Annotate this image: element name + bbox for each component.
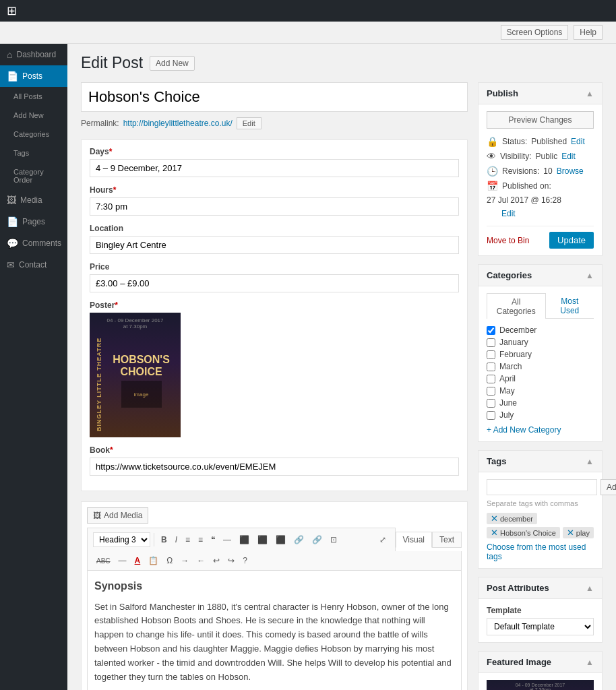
poster-image[interactable]: 04 - 09 December 2017at 7.30pm Bingley L…	[90, 313, 181, 437]
paste-word-button[interactable]: 📋	[145, 554, 162, 567]
remove-play-icon[interactable]: ✕	[567, 528, 574, 537]
screen-options-button[interactable]: Screen Options	[501, 25, 569, 40]
categories-panel-title: Categories	[487, 270, 532, 280]
media-icon: 🖼	[7, 195, 16, 206]
main-column: Permalink: http://bingleylittletheatre.c…	[81, 82, 468, 690]
publish-panel-header[interactable]: Publish ▲	[479, 83, 602, 104]
category-june-checkbox[interactable]	[487, 399, 495, 408]
blockquote-button[interactable]: ❝	[208, 533, 218, 546]
editor-area[interactable]: Synopsis Set in Salford Manchester in 18…	[87, 570, 462, 690]
category-february-checkbox[interactable]	[487, 350, 495, 359]
tags-panel-body: Add Separate tags with commas ✕ december…	[479, 472, 602, 568]
category-july-checkbox[interactable]	[487, 411, 495, 420]
update-button[interactable]: Update	[549, 232, 594, 249]
link-button[interactable]: 🔗	[290, 533, 307, 546]
ol-button[interactable]: ≡	[195, 533, 206, 546]
add-new-button[interactable]: Add New	[150, 56, 195, 71]
categories-panel-header[interactable]: Categories ▲	[479, 265, 602, 286]
ul-button[interactable]: ≡	[182, 533, 193, 546]
hr-button[interactable]: —	[220, 533, 235, 546]
fields-content: Days* Hours* Loca	[82, 140, 467, 491]
featured-image-panel-header[interactable]: Featured Image ▲	[479, 652, 602, 673]
price-input[interactable]	[90, 274, 459, 292]
template-select[interactable]: Default Template	[487, 618, 594, 635]
sidebar-item-categories[interactable]: Categories	[0, 125, 67, 144]
editor-tabs: Visual Text	[396, 532, 462, 548]
permalink-edit-button[interactable]: Edit	[237, 117, 261, 129]
featured-image[interactable]: 04 - 09 December 2017at 7.30pm Bingley L…	[487, 680, 594, 690]
category-may-checkbox[interactable]	[487, 387, 495, 396]
sidebar-item-media[interactable]: 🖼 Media	[0, 189, 67, 211]
sidebar-menu: ⌂ Dashboard 📄 Posts All Posts Add New Ca…	[0, 44, 67, 276]
sidebar-item-category-order[interactable]: Category Order	[0, 162, 67, 189]
add-new-category-link[interactable]: + Add New Category	[487, 425, 594, 435]
tags-panel-header[interactable]: Tags ▲	[479, 451, 602, 472]
sidebar: ⌂ Dashboard 📄 Posts All Posts Add New Ca…	[0, 44, 67, 690]
choose-tags-link[interactable]: Choose from the most used tags	[487, 542, 594, 561]
align-right-button[interactable]: ⬛	[272, 533, 289, 546]
location-input[interactable]	[90, 236, 459, 254]
published-edit-link[interactable]: Edit	[501, 209, 516, 218]
undo-button[interactable]: ↩	[210, 554, 223, 567]
revisions-browse-link[interactable]: Browse	[557, 166, 584, 176]
italic-button[interactable]: I	[172, 533, 181, 546]
categories-panel: Categories ▲ All Categories Most Used De…	[478, 264, 603, 442]
post-title-input[interactable]	[81, 82, 468, 112]
bold-button[interactable]: B	[158, 533, 171, 546]
tag-chip-hobsons-choice: ✕ Hobson's Choice	[487, 527, 560, 538]
book-input[interactable]	[90, 458, 459, 476]
align-left-button[interactable]: ⬛	[236, 533, 253, 546]
help-editor-button[interactable]: ?	[239, 554, 251, 567]
sidebar-item-label: Tags	[13, 149, 29, 157]
remove-hobsons-choice-icon[interactable]: ✕	[491, 528, 498, 537]
visibility-edit-link[interactable]: Edit	[561, 152, 576, 161]
add-media-button[interactable]: 🖼 Add Media	[87, 507, 148, 524]
tab-visual[interactable]: Visual	[396, 532, 432, 548]
post-attributes-panel-header[interactable]: Post Attributes ▲	[479, 577, 602, 599]
status-edit-link[interactable]: Edit	[571, 137, 585, 146]
days-label: Days*	[90, 147, 459, 156]
tags-input[interactable]	[487, 479, 597, 495]
preview-changes-button[interactable]: Preview Changes	[487, 111, 594, 129]
abc-button[interactable]: ABC	[93, 555, 114, 567]
all-categories-tab[interactable]: All Categories	[487, 293, 546, 319]
sidebar-item-pages[interactable]: 📄 Pages	[0, 211, 67, 232]
special-char-button[interactable]: Ω	[163, 554, 176, 567]
sidebar-item-posts[interactable]: 📄 Posts	[0, 65, 67, 87]
category-april-checkbox[interactable]	[487, 375, 495, 383]
sidebar-item-label: Category Order	[13, 168, 61, 184]
sidebar-item-tags[interactable]: Tags	[0, 144, 67, 162]
dash-button[interactable]: —	[115, 554, 130, 567]
add-tag-button[interactable]: Add	[600, 479, 616, 495]
fullscreen-button[interactable]: ⤢	[376, 533, 390, 546]
featured-img-inner: 04 - 09 December 2017at 7.30pm Bingley L…	[487, 680, 594, 690]
days-input[interactable]	[90, 159, 459, 177]
sidebar-item-contact[interactable]: ✉ Contact	[0, 254, 67, 276]
redo-button[interactable]: ↪	[224, 554, 238, 567]
categories-panel-body: All Categories Most Used December Januar…	[479, 286, 602, 441]
help-button[interactable]: Help	[574, 25, 603, 40]
sidebar-item-all-posts[interactable]: All Posts	[0, 87, 67, 106]
editor-text-content[interactable]: Synopsis Set in Salford Manchester in 18…	[88, 571, 461, 690]
unlink-button[interactable]: 🔗	[309, 533, 326, 546]
tab-text[interactable]: Text	[432, 532, 462, 548]
category-january-label: January	[499, 338, 528, 347]
align-center-button[interactable]: ⬛	[254, 533, 271, 546]
remove-december-icon[interactable]: ✕	[491, 514, 498, 523]
category-december-checkbox[interactable]	[487, 326, 495, 335]
font-color-button[interactable]: A	[131, 554, 144, 567]
indent-button[interactable]: →	[177, 554, 192, 567]
heading-select[interactable]: Heading 3	[93, 532, 150, 547]
outdent-button[interactable]: ←	[193, 554, 208, 567]
sidebar-item-dashboard[interactable]: ⌂ Dashboard	[0, 44, 67, 65]
hours-input[interactable]	[90, 197, 459, 216]
category-march-checkbox[interactable]	[487, 363, 495, 371]
sidebar-item-comments[interactable]: 💬 Comments	[0, 232, 67, 254]
permalink-link[interactable]: http://bingleylittletheatre.co.uk/	[123, 119, 233, 128]
most-used-tab[interactable]: Most Used	[546, 293, 594, 318]
insert-more-button[interactable]: ⊡	[327, 533, 340, 546]
sidebar-item-add-new[interactable]: Add New	[0, 106, 67, 125]
calendar-icon: 📅	[487, 181, 498, 191]
move-to-bin-link[interactable]: Move to Bin	[487, 236, 529, 245]
category-january-checkbox[interactable]	[487, 338, 495, 347]
